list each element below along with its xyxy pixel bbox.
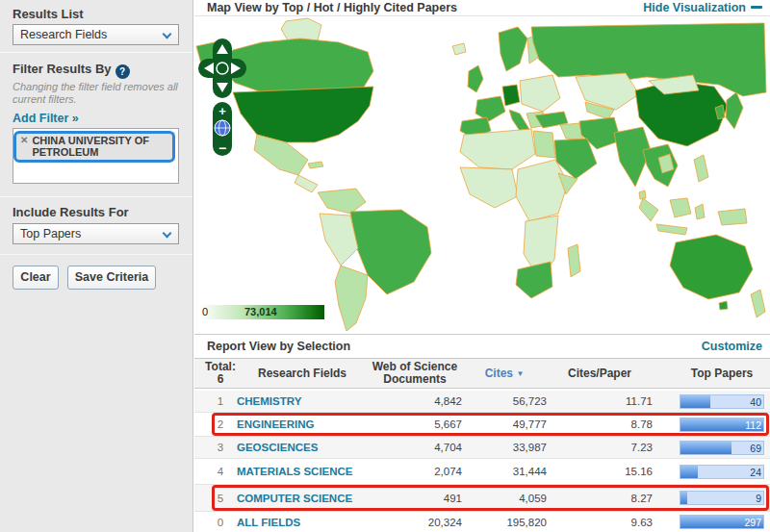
top-papers-bar: 297 xyxy=(680,515,764,529)
research-field-link[interactable]: MATERIALS SCIENCE xyxy=(237,466,353,477)
map-region-argentina-chile xyxy=(335,266,368,331)
row-rank: 4 xyxy=(204,466,237,477)
table-row: 2ENGINEERING5,66749,7778.78112 xyxy=(194,413,770,437)
docs-value: 2,074 xyxy=(368,466,462,477)
row-rank: 3 xyxy=(204,442,237,453)
legend-min-value: 0 xyxy=(202,306,208,317)
remove-filter-icon[interactable]: ✕ xyxy=(20,135,28,158)
cites-per-paper-value: 8.78 xyxy=(547,418,653,430)
map-region-east-europe xyxy=(520,75,560,112)
map-region-central-africa xyxy=(516,160,568,221)
top-papers-column-header: Top Papers xyxy=(680,367,764,380)
row-rank: 2 xyxy=(204,418,237,430)
map-region-usa xyxy=(233,87,373,142)
sidebar-divider xyxy=(0,52,192,53)
include-results-label: Include Results For xyxy=(13,205,129,219)
top-papers-value: 69 xyxy=(750,443,761,454)
research-field-link[interactable]: GEOSCIENCES xyxy=(237,442,318,453)
map-region-iceland xyxy=(452,43,466,55)
choropleth-map-canvas[interactable] xyxy=(194,17,770,334)
table-row: 5COMPUTER SCIENCE4914,0598.279 xyxy=(194,485,770,512)
cites-per-paper-column-header: Cites/Paper xyxy=(547,367,653,380)
map-region-sumatra xyxy=(639,198,658,221)
report-header: Report View by Selection Customize xyxy=(194,335,770,358)
map-region-north-africa xyxy=(460,129,535,169)
docs-value: 4,704 xyxy=(368,442,462,453)
top-papers-bar: 24 xyxy=(680,465,764,479)
zoom-in-button[interactable]: + xyxy=(218,104,226,118)
results-list-dropdown-value: Research Fields xyxy=(20,28,107,41)
top-papers-bar: 112 xyxy=(680,418,764,432)
include-results-dropdown[interactable]: Top Papers xyxy=(13,223,179,244)
report-table-body: 1CHEMISTRY4,84256,72311.71402ENGINEERING… xyxy=(194,391,770,532)
sidebar: Results List Research Fields Filter Resu… xyxy=(0,0,193,532)
top-papers-value: 297 xyxy=(744,517,761,528)
map-region-new-guinea xyxy=(718,209,747,225)
cites-value: 195,820 xyxy=(462,517,547,528)
filter-tag-label: CHINA UNIVERSITY OF PETROLEUM xyxy=(32,135,171,158)
map-view-title: Map View by Top / Hot / Highly Cited Pap… xyxy=(207,1,457,14)
table-row: 3GEOSCIENCES4,70433,9877.2369 xyxy=(194,437,770,459)
research-field-link[interactable]: COMPUTER SCIENCE xyxy=(237,493,352,504)
map-region-sulawesi xyxy=(695,204,705,219)
top-papers-value: 40 xyxy=(750,396,761,408)
research-field-link[interactable]: ENGINEERING xyxy=(237,418,315,430)
cites-value: 49,777 xyxy=(462,418,547,430)
top-papers-value: 112 xyxy=(745,419,761,431)
zoom-out-button[interactable]: − xyxy=(218,140,226,156)
top-papers-bar-fill xyxy=(680,442,732,454)
research-fields-column-header: Research Fields xyxy=(237,367,368,380)
filter-tag[interactable]: ✕ CHINA UNIVERSITY OF PETROLEUM xyxy=(16,132,175,161)
report-table-header: Total: 6 Research Fields Web of Science … xyxy=(194,358,770,389)
legend-max-value: 73,014 xyxy=(244,306,277,317)
research-field-link[interactable]: CHEMISTRY xyxy=(237,395,301,407)
docs-value: 5,667 xyxy=(368,418,462,430)
map-region-colombia-venezuela xyxy=(318,189,366,214)
map-region-uk xyxy=(468,65,483,92)
help-icon[interactable]: ? xyxy=(116,64,130,79)
cites-value: 56,723 xyxy=(462,395,547,407)
map-region-egypt xyxy=(533,131,555,158)
report-title: Report View by Selection xyxy=(207,340,350,353)
research-field-link[interactable]: ALL FIELDS xyxy=(237,517,300,528)
map-region-central-america xyxy=(295,175,318,192)
cites-per-paper-value: 8.27 xyxy=(547,493,653,504)
map-view-header: Map View by Top / Hot / Highly Cited Pap… xyxy=(194,0,770,16)
world-map-visualization: + − 0 73,014 xyxy=(194,17,770,334)
pan-center-icon[interactable] xyxy=(217,63,228,74)
results-list-label: Results List xyxy=(13,7,84,21)
map-region-new-zealand xyxy=(751,290,765,317)
sidebar-divider xyxy=(0,196,192,197)
map-region-borneo xyxy=(670,198,691,217)
map-region-russia xyxy=(531,23,766,96)
docs-value: 491 xyxy=(368,493,462,504)
map-region-madagascar xyxy=(568,244,580,277)
hide-visualization-link[interactable]: Hide Visualization xyxy=(643,1,762,14)
top-papers-value: 24 xyxy=(750,467,761,478)
active-filters-list: ✕ CHINA UNIVERSITY OF PETROLEUM xyxy=(13,128,179,184)
customize-link[interactable]: Customize xyxy=(702,340,762,353)
cites-column-header[interactable]: Cites ▼ xyxy=(462,367,547,380)
map-region-sri-lanka xyxy=(639,190,646,199)
save-criteria-button[interactable]: Save Criteria xyxy=(67,266,156,290)
table-row: 0ALL FIELDS20,324195,8209.63297 xyxy=(194,512,770,532)
sort-descending-icon: ▼ xyxy=(516,367,524,380)
table-row: 1CHEMISTRY4,84256,72311.7140 xyxy=(194,391,770,413)
results-list-dropdown[interactable]: Research Fields xyxy=(13,24,179,45)
row-rank: 5 xyxy=(204,493,237,504)
map-region-australia xyxy=(670,235,753,299)
map-region-kazakhstan xyxy=(576,73,639,110)
top-papers-bar: 9 xyxy=(680,491,764,505)
add-filter-link[interactable]: Add Filter » xyxy=(13,112,79,125)
sidebar-divider xyxy=(0,254,192,255)
esi-application-window: Results List Research Fields Filter Resu… xyxy=(0,0,770,532)
chevron-down-icon xyxy=(163,30,172,39)
clear-button[interactable]: Clear xyxy=(13,266,59,290)
top-papers-value: 9 xyxy=(756,493,761,504)
cites-value: 4,059 xyxy=(462,493,547,504)
map-region-scandinavia xyxy=(499,27,527,71)
map-region-japan xyxy=(726,92,743,129)
row-rank: 0 xyxy=(204,517,237,528)
total-column-header: Total: 6 xyxy=(204,361,237,386)
chevron-down-icon xyxy=(163,229,172,239)
